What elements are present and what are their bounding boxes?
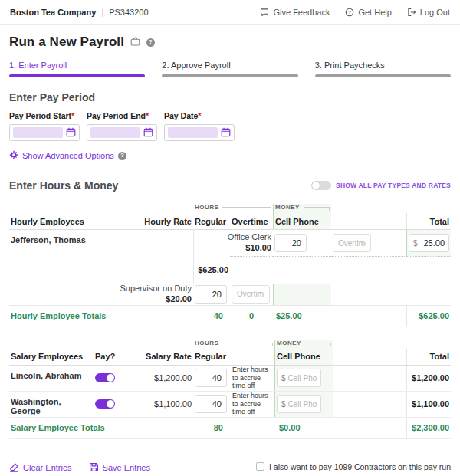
- step-label: 1. Enter Payroll: [9, 61, 145, 70]
- pay-period-start-input[interactable]: [9, 124, 80, 141]
- step-print-paychecks[interactable]: 3. Print Paychecks: [315, 61, 451, 77]
- log-out-label: Log Out: [420, 8, 450, 17]
- pay-period-end-label: Pay Period End: [87, 111, 146, 120]
- calendar-icon[interactable]: [66, 127, 76, 139]
- hourly-employee-row: Jefferson, Thomas Office Clerk $10.00 $ …: [9, 230, 451, 306]
- dollar-prefix: $: [281, 400, 286, 409]
- contractors-label[interactable]: I also want to pay 1099 Contractors on t…: [269, 462, 451, 471]
- money-group-label: MONEY: [277, 340, 301, 346]
- calendar-icon[interactable]: [143, 127, 153, 139]
- cell-phone-header: Cell Phone: [274, 349, 333, 365]
- get-help-button[interactable]: ? Get Help: [345, 8, 391, 17]
- step-enter-payroll[interactable]: 1. Enter Payroll: [9, 61, 145, 77]
- cell-phone-amount[interactable]: [288, 400, 317, 409]
- speech-bubble-icon: [260, 8, 269, 17]
- hours-money-heading-row: Enter Hours & Money SHOW ALL PAY TYPES A…: [9, 179, 451, 192]
- give-feedback-button[interactable]: Give Feedback: [260, 8, 330, 17]
- cell-phone-money-input[interactable]: $: [409, 234, 449, 252]
- salary-total-money: $0.00: [274, 423, 333, 432]
- top-bar: Boston Tea Company | PS343200 Give Feedb…: [0, 0, 460, 25]
- pay-date-label: Pay Date: [164, 111, 198, 120]
- salary-column-headers: Salary Employees Pay? Salary Rate Regula…: [9, 349, 451, 366]
- enter-pay-period-heading: Enter Pay Period: [9, 91, 451, 103]
- hourly-totals-row: Hourly Employee Totals 40 0 $25.00 $625.…: [9, 306, 451, 327]
- group-line: [222, 343, 273, 346]
- show-advanced-options-link[interactable]: Show Advanced Options: [22, 151, 114, 160]
- toggle-knob: [312, 182, 320, 189]
- contractors-checkbox[interactable]: [256, 462, 264, 471]
- advanced-options-row: Show Advanced Options ?: [9, 150, 451, 161]
- cell-phone-money-input[interactable]: $: [277, 369, 321, 387]
- employee-total-cell: $1,200.00: [406, 366, 451, 391]
- hourly-total-regular: 40: [193, 311, 230, 320]
- advanced-options-help-icon[interactable]: ?: [118, 152, 127, 160]
- pay-toggle[interactable]: [95, 373, 115, 382]
- dollar-prefix: $: [413, 239, 418, 248]
- pay-rate-cell: Office Clerk $10.00: [230, 230, 273, 257]
- step-approve-payroll[interactable]: 2. Approve Payroll: [162, 61, 297, 77]
- employee-name: Washington, George: [9, 392, 94, 417]
- regular-header: Regular: [193, 352, 230, 361]
- hourly-column-headers: Hourly Employees Hourly Rate Regular Ove…: [9, 213, 451, 230]
- hourly-total-money: $25.00: [273, 311, 331, 320]
- regular-hours-input[interactable]: [274, 234, 307, 252]
- regular-hours-input[interactable]: [195, 369, 227, 387]
- accrue-hint: Enter hours to accrue time off: [230, 366, 274, 391]
- cell-phone-money-input[interactable]: $: [277, 395, 321, 413]
- clear-entries-button[interactable]: Clear Entries: [9, 462, 72, 474]
- page-title: Run a New Payroll: [9, 34, 124, 50]
- rate-amount: $20.00: [166, 294, 192, 305]
- hourly-total-overtime: 0: [230, 311, 273, 320]
- salary-rate: $1,100.00: [133, 392, 193, 417]
- regular-hours-input[interactable]: [195, 395, 227, 413]
- question-circle-icon: ?: [345, 8, 354, 17]
- log-out-button[interactable]: Log Out: [407, 8, 450, 17]
- input-highlight: [168, 127, 218, 138]
- required-mark: *: [146, 111, 149, 120]
- group-line: [222, 207, 271, 211]
- company-name: Boston Tea Company: [10, 8, 96, 17]
- show-all-pay-types-control: SHOW ALL PAY TYPES AND RATES: [311, 181, 451, 190]
- salary-total-amount: $2,300.00: [406, 418, 451, 438]
- step-bar: [9, 74, 145, 77]
- group-line: [304, 207, 330, 211]
- pay-toggle[interactable]: [95, 399, 115, 409]
- employee-name: Jefferson, Thomas: [9, 230, 132, 284]
- pay-period-start-label: Pay Period Start: [9, 111, 71, 120]
- hourly-rate-header: Hourly Rate: [132, 217, 193, 226]
- cell-phone-amount[interactable]: [288, 374, 317, 382]
- video-tutorial-icon[interactable]: [130, 37, 140, 48]
- overtime-header: Overtime: [230, 217, 273, 226]
- overtime-hours-input[interactable]: [333, 234, 371, 252]
- employee-total: $1,100.00: [412, 399, 449, 409]
- get-help-label: Get Help: [358, 8, 391, 17]
- cell-phone-amount[interactable]: [420, 238, 445, 248]
- pay-period-end-input[interactable]: [87, 124, 157, 141]
- employee-name: Lincoln, Abraham: [9, 366, 94, 391]
- pay-date-input[interactable]: [164, 124, 235, 141]
- save-entries-button[interactable]: Save Entries: [89, 462, 150, 474]
- show-all-pay-types-label[interactable]: SHOW ALL PAY TYPES AND RATES: [336, 182, 451, 189]
- page-title-row: Run a New Payroll ?: [9, 34, 451, 50]
- salary-employees-header: Salary Employees: [9, 352, 94, 361]
- enter-hours-money-heading: Enter Hours & Money: [9, 179, 118, 192]
- salary-employee-row: Lincoln, Abraham $1,200.00 Enter hours t…: [9, 366, 451, 392]
- hourly-total-amount: $625.00: [406, 306, 451, 327]
- hours-group-label: HOURS: [195, 340, 219, 346]
- calendar-icon[interactable]: [221, 127, 231, 139]
- cell-phone-header: Cell Phone: [273, 213, 331, 229]
- step-bar: [162, 74, 297, 77]
- pay-rate-cell: Supervisor on Duty $20.00: [132, 284, 193, 305]
- save-entries-label: Save Entries: [103, 463, 150, 472]
- progress-steps: 1. Enter Payroll 2. Approve Payroll 3. P…: [9, 61, 451, 77]
- input-highlight: [13, 127, 63, 138]
- title-help-icon[interactable]: ?: [146, 38, 155, 47]
- employee-total: $1,200.00: [412, 373, 449, 382]
- total-header: Total: [406, 213, 451, 229]
- show-all-pay-types-toggle[interactable]: [311, 181, 331, 190]
- regular-hours-input[interactable]: [195, 285, 227, 304]
- divider: |: [101, 8, 104, 17]
- step-label: 3. Print Paychecks: [315, 61, 451, 70]
- employee-total-cell: $625.00: [193, 230, 230, 284]
- overtime-hours-input[interactable]: [232, 285, 270, 304]
